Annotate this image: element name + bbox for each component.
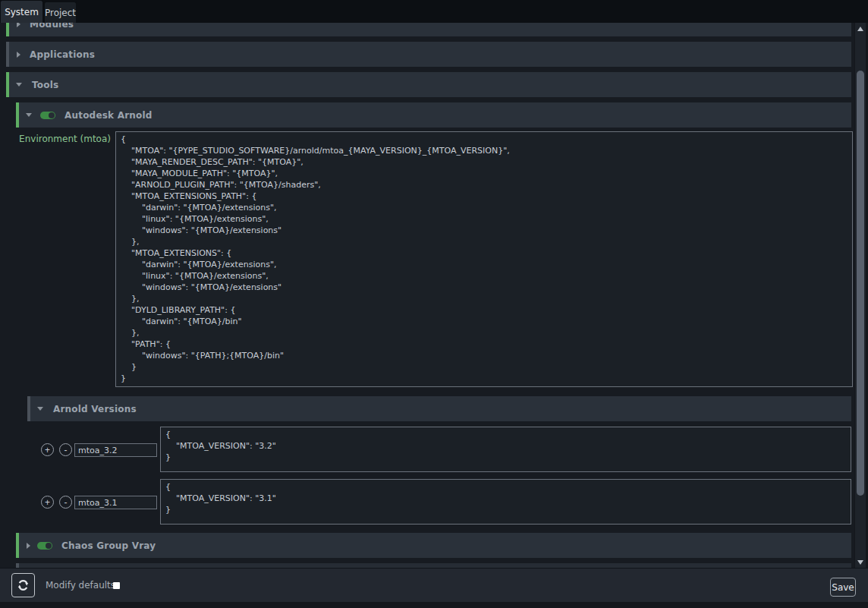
section-autodesk-arnold[interactable]: Autodesk Arnold <box>16 102 851 128</box>
footer-bar: Modify defaults Save <box>0 568 868 602</box>
chevron-right-icon[interactable] <box>17 52 20 58</box>
section-chaos-group-vray[interactable]: Chaos Group Vray <box>16 533 851 558</box>
toggle-knob <box>46 543 52 549</box>
vray-enabled-toggle[interactable] <box>37 542 52 550</box>
version-key-input[interactable] <box>74 496 157 509</box>
remove-version-button[interactable]: - <box>59 443 72 456</box>
section-arnold-versions-label: Arnold Versions <box>53 404 137 414</box>
tab-bar: System Project <box>0 0 868 23</box>
tab-project-label: Project <box>45 8 76 18</box>
section-arnold-label: Autodesk Arnold <box>64 110 153 121</box>
add-version-button[interactable]: + <box>41 496 54 509</box>
toggle-knob <box>49 112 55 118</box>
arrow-down-icon <box>857 560 863 565</box>
section-applications-label: Applications <box>30 49 95 60</box>
environment-mtoa-editor[interactable]: { "MTOA": "{PYPE_STUDIO_SOFTWARE}/arnold… <box>115 131 853 387</box>
modify-defaults-label: Modify defaults <box>46 580 115 591</box>
section-tools[interactable]: Tools <box>6 72 851 97</box>
version-value-editor[interactable]: { "MTOA_VERSION": "3.2" } <box>160 427 851 472</box>
version-value-editor[interactable]: { "MTOA_VERSION": "3.1" } <box>160 479 851 525</box>
refresh-icon <box>17 579 30 591</box>
save-button[interactable]: Save <box>830 578 856 597</box>
chevron-down-icon[interactable] <box>16 83 22 87</box>
refresh-button[interactable] <box>11 573 35 597</box>
section-modules[interactable]: Modules <box>6 23 851 36</box>
scroll-down-button[interactable] <box>855 556 866 568</box>
section-arnold-versions[interactable]: Arnold Versions <box>27 396 851 421</box>
arrow-up-icon <box>857 27 863 31</box>
scroll-up-button[interactable] <box>855 23 866 34</box>
scrollbar-thumb[interactable] <box>857 71 864 496</box>
modify-defaults-checkbox[interactable] <box>113 582 120 589</box>
environment-mtoa-label: Environment (mtoa) <box>0 134 111 144</box>
section-modules-label: Modules <box>30 23 74 30</box>
chevron-down-icon[interactable] <box>37 407 43 411</box>
add-version-button[interactable]: + <box>41 443 54 456</box>
arnold-enabled-toggle[interactable] <box>40 112 55 119</box>
vertical-scrollbar[interactable] <box>855 23 866 568</box>
tab-system-label: System <box>5 7 39 17</box>
settings-window: System Project Modules Applications Tool… <box>0 0 868 608</box>
remove-version-button[interactable]: - <box>59 496 72 509</box>
version-key-input[interactable] <box>74 443 157 457</box>
settings-panel: Modules Applications Tools Autodesk Arno… <box>0 23 854 568</box>
chevron-down-icon[interactable] <box>26 113 32 117</box>
section-applications[interactable]: Applications <box>6 42 851 67</box>
section-vray-label: Chaos Group Vray <box>61 540 156 551</box>
chevron-right-icon[interactable] <box>17 23 20 27</box>
tab-system[interactable]: System <box>0 0 43 23</box>
tab-project[interactable]: Project <box>44 2 77 23</box>
section-tools-label: Tools <box>32 80 58 90</box>
chevron-right-icon[interactable] <box>27 543 30 549</box>
